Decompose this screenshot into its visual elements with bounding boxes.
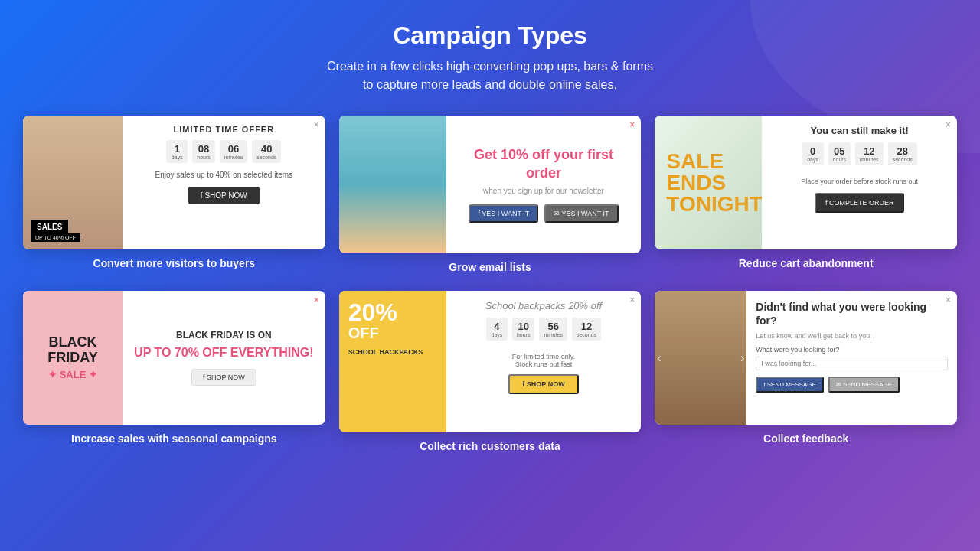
card3-sale-text: SALEENDSTONIGHT — [658, 119, 758, 246]
black-friday-text: BLACKFRIDAY — [47, 335, 97, 366]
countdown-days-1: 1 days — [166, 140, 188, 163]
off-text: OFF — [348, 324, 379, 342]
close-icon-6[interactable]: × — [946, 295, 951, 305]
card-label-1: Convert more visitors to buyers — [93, 257, 256, 269]
card-grow-email: × Get 10% off your first order when you … — [339, 116, 642, 277]
person-image-2 — [339, 116, 446, 253]
card3-content: You can still make it! 0 days 05 hours 1… — [762, 116, 957, 249]
didnt-find-title: Didn't find what you were looking for? — [756, 300, 948, 328]
countdown-hours-1: 08 hours — [192, 140, 215, 163]
up-to-text: UP TO 70% OFF EVERYTHING! — [134, 345, 313, 360]
shop-now-button-1[interactable]: f SHOP NOW — [188, 187, 260, 204]
popup-card-6: × ‹ › Didn't find what you were looking … — [655, 291, 957, 425]
countdown-seconds-3: 28 seconds — [888, 142, 917, 165]
limited-offer-title: LIMITED TIME OFFER — [173, 125, 274, 134]
place-order-text: Place your order before stock runs out — [801, 178, 918, 185]
card-label-5: Collect rich customers data — [420, 440, 560, 452]
shop-now-button-4[interactable]: f SHOP NOW — [191, 369, 256, 386]
card6-content: Didn't find what you were looking for? L… — [746, 291, 957, 425]
countdown-3: 0 days 05 hours 12 minutes 28 seconds — [802, 142, 917, 165]
countdown-minutes-3: 12 minutes — [855, 142, 884, 165]
signup-text: when you sign up for our newsletter — [483, 187, 604, 195]
card5-left: 20% OFF SCHOOL BACKPACKS — [339, 291, 446, 432]
get-off-title: Get 10% off your first order — [458, 146, 630, 182]
person-image-6 — [655, 291, 746, 425]
countdown-1: 1 days 08 hours 06 minutes 40 seconds — [166, 140, 281, 163]
card-label-4: Increase sales with seasonal campaigns — [71, 432, 276, 445]
what-looking-label: What were you looking for? — [756, 346, 948, 354]
card-feedback: × ‹ › Didn't find what you were looking … — [655, 291, 957, 452]
nav-arrow-left-icon[interactable]: ‹ — [657, 351, 661, 365]
card4-content: BLACK FRIDAY IS ON UP TO 70% OFF EVERYTH… — [122, 291, 325, 425]
nav-arrow-right-icon[interactable]: › — [740, 351, 744, 365]
card-convert-visitors: × SALES UP TO 40% OFF LIMITED TIME OFFER… — [23, 116, 325, 277]
card3-left: SALEENDSTONIGHT — [655, 116, 762, 249]
countdown-minutes-5: 56 minutes — [539, 318, 567, 341]
countdown-seconds-5: 12 seconds — [572, 318, 601, 341]
enjoy-text: Enjoy sales up to 40% on selected items — [155, 171, 293, 179]
school-bp: SCHOOL BACKPACKS — [348, 348, 423, 356]
for-limited-text: For limited time only. Stock runs out fa… — [512, 353, 575, 368]
card-reduce-cart: × SALEENDSTONIGHT You can still make it!… — [655, 116, 957, 277]
sale-ends-tonight: SALEENDSTONIGHT — [666, 151, 762, 215]
yes-fb-button[interactable]: f YES I WANT IT — [469, 204, 538, 223]
card-label-3: Reduce cart abandonment — [739, 257, 874, 269]
close-icon-5[interactable]: × — [629, 295, 635, 305]
page-subtitle: Create in a few clicks high-converting p… — [0, 57, 980, 94]
popup-card-4: × BLACKFRIDAY ✦ SALE ✦ BLACK FRIDAY IS O… — [23, 291, 325, 425]
sales-sub-badge: UP TO 40% OFF — [31, 233, 80, 242]
page-title: Campaign Types — [0, 21, 980, 50]
school-title: School backpacks 20% off — [485, 300, 602, 311]
card1-content: LIMITED TIME OFFER 1 days 08 hours 06 mi… — [122, 116, 325, 249]
still-make-title: You can still make it! — [810, 125, 908, 136]
countdown-hours-3: 05 hours — [828, 142, 851, 165]
card-label-2: Grow email lists — [449, 261, 531, 273]
yes-email-button[interactable]: ✉ YES I WANT IT — [544, 204, 618, 223]
close-icon-2[interactable]: × — [629, 119, 635, 130]
card-seasonal: × BLACKFRIDAY ✦ SALE ✦ BLACK FRIDAY IS O… — [23, 291, 325, 452]
page-header: Campaign Types Create in a few clicks hi… — [0, 0, 980, 108]
card-collect-data: × 20% OFF SCHOOL BACKPACKS School backpa… — [339, 291, 642, 452]
card5-content: School backpacks 20% off 4 days 10 hours… — [446, 291, 642, 432]
send-message-fb-button[interactable]: f SEND MESSAGE — [756, 377, 823, 393]
bf-is-on: BLACK FRIDAY IS ON — [176, 330, 272, 341]
countdown-hours-5: 10 hours — [512, 318, 535, 341]
card6-left: ‹ › — [655, 291, 746, 425]
sale-small-text: ✦ SALE ✦ — [48, 369, 97, 380]
send-message-email-button[interactable]: ✉ SEND MESSAGE — [828, 377, 900, 393]
yes-buttons: f YES I WANT IT ✉ YES I WANT IT — [469, 204, 618, 223]
card2-image — [339, 116, 446, 253]
countdown-seconds-1: 40 seconds — [252, 140, 281, 163]
complete-order-button[interactable]: f COMPLETE ORDER — [815, 193, 905, 213]
countdown-5: 4 days 10 hours 56 minutes 12 seconds — [486, 318, 601, 341]
popup-card-3: × SALEENDSTONIGHT You can still make it!… — [655, 116, 957, 249]
card4-left: BLACKFRIDAY ✦ SALE ✦ — [23, 291, 122, 425]
countdown-days-3: 0 days — [802, 142, 824, 165]
let-us-know-text: Let us know and we'll get back to you! — [756, 332, 948, 340]
twenty-pct: 20% — [348, 300, 397, 324]
popup-card-1: × SALES UP TO 40% OFF LIMITED TIME OFFER… — [23, 116, 325, 249]
popup-card-5: × 20% OFF SCHOOL BACKPACKS School backpa… — [339, 291, 642, 432]
looking-input[interactable] — [756, 357, 948, 370]
card1-image: SALES UP TO 40% OFF — [23, 116, 122, 249]
card-label-6: Collect feedback — [763, 432, 848, 445]
shop-now-button-5[interactable]: f SHOP NOW — [508, 374, 578, 394]
close-icon-3[interactable]: × — [946, 119, 951, 130]
popup-card-2: × Get 10% off your first order when you … — [339, 116, 642, 253]
close-icon-4[interactable]: × — [314, 295, 319, 305]
card2-content: Get 10% off your first order when you si… — [446, 116, 642, 253]
cards-grid: × SALES UP TO 40% OFF LIMITED TIME OFFER… — [0, 116, 980, 452]
close-icon-1[interactable]: × — [314, 119, 319, 130]
countdown-minutes-1: 06 minutes — [220, 140, 248, 163]
send-buttons: f SEND MESSAGE ✉ SEND MESSAGE — [756, 377, 948, 393]
countdown-days-5: 4 days — [486, 318, 508, 341]
sales-badge: SALES — [31, 220, 68, 234]
